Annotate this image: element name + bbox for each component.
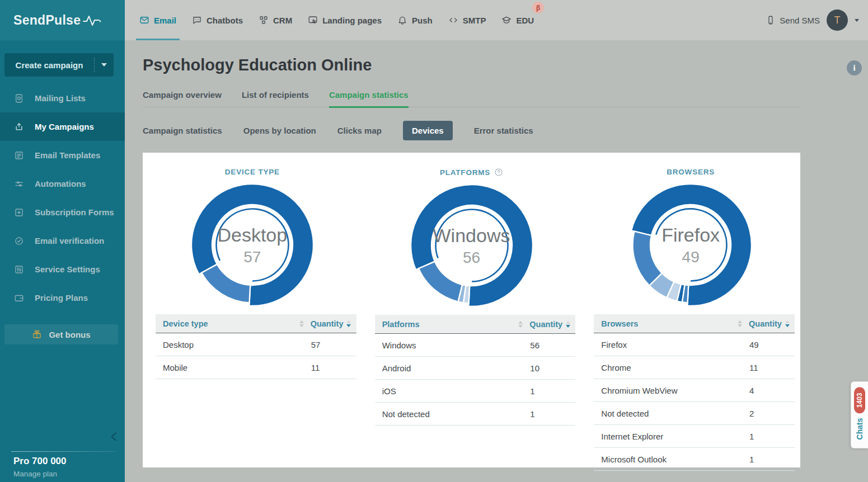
send-sms-label: Send SMS: [780, 16, 820, 25]
smtp-icon: [448, 15, 458, 25]
table-row[interactable]: Windows56: [375, 334, 576, 357]
platforms-table: PlatformsQuantityWindows56Android10iOS1N…: [375, 315, 576, 426]
row-value: 1: [529, 380, 575, 403]
top-nav-push[interactable]: Push: [397, 0, 433, 40]
table-row[interactable]: Not detected1: [375, 403, 576, 426]
table-row[interactable]: Microsoft Outlook1: [594, 448, 795, 471]
get-bonus-label: Get bonus: [49, 330, 90, 339]
get-bonus-button[interactable]: Get bonus: [4, 324, 118, 344]
table-row[interactable]: Android10: [375, 357, 576, 380]
table-row[interactable]: Not detected2: [594, 402, 795, 425]
row-value: 1: [749, 425, 795, 448]
sidebar-item-service-settings[interactable]: Service Settings: [0, 255, 125, 283]
sidebar-item-email-templates[interactable]: Email Templates: [0, 141, 125, 169]
row-value: 1: [529, 403, 575, 426]
chevron-down-icon[interactable]: [855, 19, 859, 22]
sort-icon[interactable]: [518, 321, 523, 328]
sidebar: SendPulse Create campaign Mailing ListsM…: [0, 0, 125, 482]
platforms-donut-chart[interactable]: Windows56: [410, 183, 534, 308]
top-nav-edu[interactable]: EDUβ: [501, 0, 534, 40]
send-sms-button[interactable]: Send SMS: [766, 15, 820, 25]
chart-caption-row: PLATFORMS: [362, 168, 581, 177]
row-label: Firefox: [594, 333, 749, 356]
sidebar-item-email-verification[interactable]: Email verification: [0, 226, 125, 255]
sidebar-nav: Mailing ListsMy CampaignsEmail Templates…: [0, 84, 125, 312]
table-row[interactable]: Internet Explorer1: [594, 425, 795, 448]
service-settings-icon: [14, 264, 24, 275]
top-nav-chatbots[interactable]: Chatbots: [192, 0, 243, 40]
page-title: Psychology Education Online: [143, 56, 372, 74]
tab-campaign-statistics[interactable]: Campaign statistics: [329, 90, 409, 107]
column-header-platforms[interactable]: Platforms: [375, 315, 530, 334]
column-header-quantity[interactable]: Quantity: [749, 314, 795, 333]
email-icon: [139, 15, 149, 25]
row-label: Internet Explorer: [594, 425, 749, 448]
table-row[interactable]: Chromium WebView4: [594, 379, 795, 402]
platforms-section: PLATFORMSWindows56PlatformsQuantityWindo…: [362, 153, 581, 467]
donut-svg: [190, 183, 315, 307]
tab-campaign-overview[interactable]: Campaign overview: [143, 90, 222, 107]
row-value: 49: [749, 333, 795, 356]
brand-logo[interactable]: SendPulse: [0, 0, 125, 40]
browsers-donut-chart[interactable]: Firefox49: [628, 183, 753, 307]
sidebar-item-subscription-forms[interactable]: Subscription Forms: [0, 198, 125, 226]
gift-icon: [32, 329, 42, 339]
row-label: Not detected: [594, 402, 749, 425]
sort-desc-icon[interactable]: [346, 320, 351, 327]
device-type-donut-chart[interactable]: Desktop57: [190, 183, 315, 307]
column-header-quantity[interactable]: Quantity: [311, 314, 356, 333]
collapse-sidebar-button[interactable]: [108, 431, 121, 444]
row-label: Desktop: [156, 333, 311, 356]
table-row[interactable]: Mobile11: [156, 356, 356, 379]
chevron-left-icon: [108, 435, 120, 445]
top-nav-smtp[interactable]: SMTP: [448, 0, 486, 40]
create-campaign-button[interactable]: Create campaign: [4, 53, 114, 77]
subtab-clicks-map[interactable]: Clicks map: [337, 126, 382, 135]
column-header-quantity[interactable]: Quantity: [529, 315, 575, 334]
chatbots-icon: [192, 15, 202, 25]
browsers-section: BROWSERSFirefox49BrowsersQuantityFirefox…: [581, 153, 800, 467]
sidebar-item-mailing-lists[interactable]: Mailing Lists: [0, 84, 125, 112]
sidebar-item-pricing-plans[interactable]: Pricing Plans: [0, 283, 125, 312]
sort-icon[interactable]: [299, 320, 304, 327]
top-nav-email[interactable]: Email: [139, 0, 176, 40]
subtab-campaign-statistics[interactable]: Campaign statistics: [143, 126, 222, 135]
my-campaigns-icon: [14, 122, 24, 132]
table-row[interactable]: Firefox49: [594, 333, 795, 356]
column-header-device-type[interactable]: Device type: [156, 314, 311, 333]
manage-plan-link[interactable]: Manage plan: [13, 470, 57, 478]
sort-icon[interactable]: [738, 320, 742, 327]
row-value: 1: [749, 448, 795, 471]
devices-panel: DEVICE TYPEDesktop57Device typeQuantityD…: [143, 153, 800, 467]
sort-desc-icon[interactable]: [785, 320, 790, 327]
top-nav-landing-pages[interactable]: Landing pages: [308, 0, 382, 40]
subtab-opens-by-location[interactable]: Opens by location: [243, 126, 316, 135]
info-icon[interactable]: i: [847, 60, 862, 75]
subtab-devices[interactable]: Devices: [403, 121, 453, 140]
email-templates-icon: [14, 150, 24, 160]
chats-tab[interactable]: 1403 Chats: [851, 381, 868, 448]
row-label: iOS: [375, 380, 530, 403]
create-campaign-label: Create campaign: [4, 60, 94, 70]
top-nav-crm[interactable]: CRM: [259, 0, 292, 40]
table-row[interactable]: Chrome11: [594, 356, 795, 379]
tab-list-of-recipients[interactable]: List of recipients: [242, 90, 309, 107]
column-header-browsers[interactable]: Browsers: [594, 314, 749, 333]
table-row[interactable]: iOS1: [375, 380, 576, 403]
avatar[interactable]: T: [827, 10, 848, 31]
plan-name: Pro 700 000: [13, 456, 67, 467]
sidebar-item-my-campaigns[interactable]: My Campaigns: [0, 112, 125, 141]
chats-label: Chats: [855, 418, 864, 440]
create-campaign-dropdown[interactable]: [94, 58, 114, 72]
row-value: 10: [529, 357, 575, 380]
row-label: Not detected: [375, 403, 530, 426]
subtab-error-statistics[interactable]: Error statistics: [474, 126, 533, 135]
subscription-forms-icon: [14, 207, 24, 218]
table-row[interactable]: Desktop57: [156, 333, 356, 356]
row-value: 11: [749, 356, 795, 379]
title-row: Psychology Education Online i: [143, 56, 862, 75]
help-icon[interactable]: [494, 168, 503, 177]
sidebar-item-automations[interactable]: Automations: [0, 169, 125, 198]
sort-desc-icon[interactable]: [566, 321, 570, 328]
donut-svg: [410, 183, 534, 308]
